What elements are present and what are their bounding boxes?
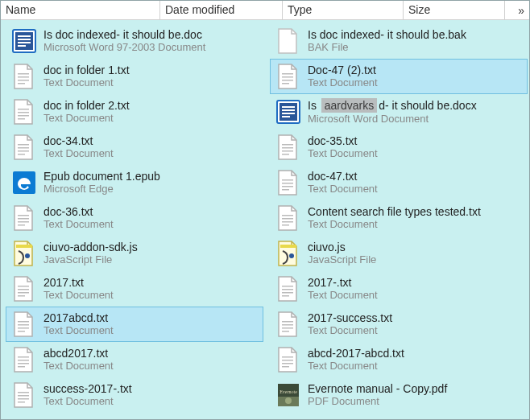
file-type: Text Document [43,147,259,160]
file-item[interactable]: doc-34.txtText Document [6,130,263,165]
file-item[interactable]: 2017-success.txtText Document [270,307,528,342]
file-item[interactable]: abcd-2017-abcd.txtText Document [270,342,528,377]
svg-rect-50 [282,144,293,146]
file-item[interactable]: doc-36.txtText Document [6,200,263,236]
txt-icon [10,204,39,233]
svg-rect-56 [282,186,293,187]
svg-rect-63 [282,286,293,287]
file-type: Microsoft Edge [43,183,259,196]
svg-rect-33 [18,360,29,361]
svg-rect-58 [282,215,293,216]
file-text: Is aardvarksd- it should be.docxMicrosof… [308,98,524,126]
column-header-type[interactable]: Type [283,1,404,19]
svg-point-62 [289,253,294,258]
file-list-right: Is doc indexed- it should be.bakBAK File… [265,20,529,419]
file-text: 2017-.txtText Document [308,276,524,302]
file-name: doc-34.txt [43,134,259,147]
file-item[interactable]: ciuvo-addon-sdk.jsJavaScript File [6,236,263,271]
column-header-more[interactable]: » [505,1,529,19]
file-name-pre: Is [308,99,320,112]
file-item[interactable]: doc-47.txtText Document [270,165,528,200]
txt-icon [10,310,39,339]
file-text: 2017abcd.txtText Document [43,311,259,337]
js-icon [10,239,39,268]
svg-text:Evernote: Evernote [279,389,297,394]
column-header-name[interactable]: Name [1,1,160,19]
column-header-date[interactable]: Date modified [160,1,283,19]
svg-rect-9 [18,83,25,84]
file-text: Evernote manual - Copy.pdfPDF Document [308,382,524,408]
file-text: 2017.txtText Document [43,276,259,302]
rename-input[interactable]: aardvarks [321,98,377,113]
file-item[interactable]: abcd2017.txtText Document [6,342,263,377]
file-item[interactable]: Content search file types tested.txtText… [270,200,528,236]
svg-rect-46 [282,106,295,108]
file-text: Is doc indexed- it should be.docMicrosof… [43,28,259,54]
svg-rect-13 [18,118,25,120]
file-text: 2017-success.txtText Document [308,311,524,337]
svg-rect-47 [282,109,295,111]
svg-rect-19 [18,215,29,216]
svg-rect-29 [18,324,29,326]
svg-rect-74 [282,366,289,368]
file-item[interactable]: 2017.txtText Document [6,271,263,307]
file-name: ciuvo.js [308,241,524,253]
txt-icon [274,204,303,233]
svg-rect-4 [18,42,31,43]
file-name: Doc-47 (2).txt [308,64,524,76]
js-icon [274,239,303,268]
file-item[interactable]: ciuvo.jsJavaScript File [270,236,528,271]
file-item[interactable]: doc in folder 2.txtText Document [6,94,263,130]
file-item[interactable]: Is doc indexed- it should be.docMicrosof… [6,23,263,59]
file-list-left: Is doc indexed- it should be.docMicrosof… [1,20,265,419]
file-item[interactable]: Doc-47 (2).txtText Document [270,59,528,94]
file-item[interactable]: doc-35.txtText Document [270,130,528,165]
svg-rect-1 [15,32,33,50]
svg-rect-40 [282,73,293,75]
file-name: abcd2017.txt [43,347,259,360]
file-type: JavaScript File [308,253,524,266]
file-text: success-2017-.txtText Document [43,382,259,408]
file-name: doc in folder 2.txt [43,99,259,112]
file-item[interactable]: Evernote Evernote manual - Copy.pdfPDF D… [270,377,528,413]
svg-rect-15 [18,147,29,149]
txt-icon [10,133,39,162]
file-item[interactable]: 2017-.txtText Document [270,271,528,307]
txt-icon [274,133,303,162]
file-text: Epub document 1.epubMicrosoft Edge [43,170,259,196]
file-item[interactable]: Is doc indexed- it should be.bakBAK File [270,23,528,59]
svg-rect-52 [282,150,293,152]
file-item[interactable]: success-2017-.txtText Document [6,377,263,413]
svg-rect-64 [282,289,293,290]
svg-rect-65 [282,292,293,294]
file-item[interactable]: Is aardvarksd- it should be.docxMicrosof… [270,94,528,130]
file-type: Text Document [43,112,259,125]
file-name: 2017abcd.txt [43,311,259,324]
file-name: doc in folder 1.txt [43,64,259,76]
txt-icon [274,168,303,197]
txt-icon [274,62,303,91]
file-item[interactable]: Epub document 1.epubMicrosoft Edge [6,165,263,200]
file-type: Text Document [43,289,259,302]
file-item[interactable]: 2017abcd.txtText Document [6,307,263,342]
file-text: doc-47.txtText Document [308,170,524,196]
svg-rect-59 [282,218,293,220]
svg-rect-41 [282,76,293,78]
file-item[interactable]: doc in folder 1.txtText Document [6,59,263,94]
svg-rect-73 [282,363,293,364]
file-text: abcd-2017-abcd.txtText Document [308,347,524,373]
file-type: PDF Document [308,395,524,408]
file-type: Text Document [308,324,524,337]
svg-rect-51 [282,147,293,149]
svg-rect-61 [282,224,289,226]
svg-rect-32 [18,356,29,358]
file-text: ciuvo-addon-sdk.jsJavaScript File [43,241,259,266]
column-header-row: Name Date modified Type Size » [1,1,529,20]
svg-rect-7 [18,76,29,78]
edge-icon [10,168,39,197]
svg-rect-10 [18,109,29,110]
svg-rect-26 [18,292,29,294]
file-type: Text Document [308,183,524,196]
svg-rect-8 [18,80,29,81]
column-header-size[interactable]: Size [404,1,505,19]
